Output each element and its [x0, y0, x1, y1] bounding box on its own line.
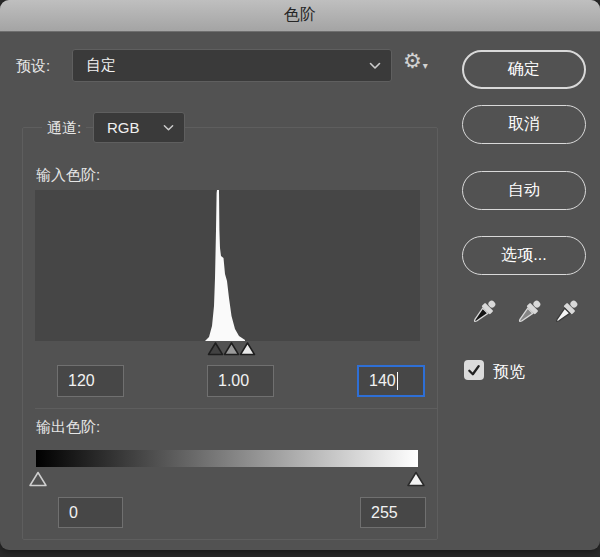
- cancel-button[interactable]: 取消: [462, 105, 586, 144]
- output-shadow-value: 0: [69, 504, 78, 522]
- preview-checkbox[interactable]: [464, 360, 484, 380]
- input-midtone-value: 1.00: [218, 372, 249, 390]
- input-midtone-field[interactable]: 1.00: [207, 365, 274, 397]
- chevron-down-icon: [369, 62, 381, 70]
- histogram-spike: [35, 190, 420, 341]
- auto-button[interactable]: 自动: [462, 171, 586, 210]
- chevron-down-icon: [163, 124, 174, 132]
- levels-dialog: 色阶 预设: 自定 ⚙▾ 确定 取消 自动 选项... 通道: RGB 输入色阶…: [0, 0, 600, 550]
- dialog-title: 色阶: [284, 5, 316, 26]
- output-shadow-field[interactable]: 0: [58, 497, 123, 528]
- preview-label: 预览: [493, 362, 525, 383]
- channel-label: 通道:: [42, 119, 86, 138]
- text-cursor: [397, 372, 398, 390]
- output-levels-label: 输出色阶:: [36, 418, 100, 437]
- channel-dropdown[interactable]: RGB: [93, 112, 185, 143]
- check-icon: [467, 363, 481, 377]
- output-highlight-field[interactable]: 255: [360, 497, 426, 528]
- preset-value: 自定: [73, 56, 369, 75]
- input-shadow-slider[interactable]: [207, 341, 224, 357]
- section-divider: [35, 408, 437, 409]
- output-highlight-value: 255: [371, 504, 398, 522]
- black-point-eyedropper-icon[interactable]: [467, 294, 499, 332]
- input-highlight-field[interactable]: 140: [357, 365, 425, 397]
- gray-point-eyedropper-icon[interactable]: [512, 294, 544, 332]
- input-midtone-slider[interactable]: [223, 341, 240, 357]
- preset-options-button[interactable]: ⚙▾: [403, 49, 428, 73]
- ok-button[interactable]: 确定: [462, 50, 586, 89]
- gear-caret-icon: ▾: [423, 60, 428, 71]
- input-highlight-slider[interactable]: [239, 341, 256, 357]
- input-shadow-field[interactable]: 120: [57, 365, 124, 397]
- gear-icon: ⚙: [403, 49, 422, 73]
- dialog-titlebar[interactable]: 色阶: [0, 0, 600, 32]
- channel-value: RGB: [94, 119, 163, 136]
- white-point-eyedropper-icon[interactable]: [549, 294, 581, 332]
- preset-dropdown[interactable]: 自定: [72, 49, 392, 82]
- input-highlight-value: 140: [369, 372, 396, 390]
- output-shadow-slider[interactable]: [28, 470, 48, 488]
- output-gradient-bar: [36, 450, 418, 467]
- input-levels-label: 输入色阶:: [36, 166, 100, 185]
- histogram[interactable]: [35, 190, 420, 341]
- input-shadow-value: 120: [68, 372, 95, 390]
- preset-label: 预设:: [16, 57, 50, 76]
- options-button[interactable]: 选项...: [462, 236, 586, 275]
- output-highlight-slider[interactable]: [406, 470, 426, 488]
